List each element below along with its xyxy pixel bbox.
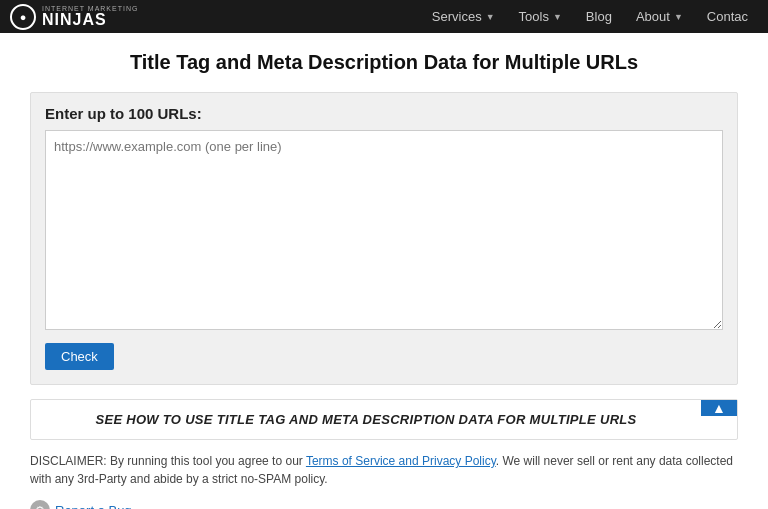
report-bug-link[interactable]: ⚙ Report a Bug [30,500,738,509]
chevron-down-icon: ▼ [674,12,683,22]
accordion-toggle-button[interactable]: ▲ [701,400,737,416]
check-button[interactable]: Check [45,343,114,370]
accordion: SEE HOW TO USE TITLE TAG AND META DESCRI… [30,399,738,440]
navbar: ● INTERNET MARKETING NINJAS Services ▼ T… [0,0,768,33]
main-content: Title Tag and Meta Description Data for … [0,33,768,509]
logo[interactable]: ● INTERNET MARKETING NINJAS [10,4,138,30]
nav-about[interactable]: About ▼ [626,0,693,33]
nav-tools[interactable]: Tools ▼ [509,0,572,33]
nav-services[interactable]: Services ▼ [422,0,505,33]
disclaimer-text: DISCLAIMER: By running this tool you agr… [30,452,738,488]
bug-icon: ⚙ [30,500,50,509]
nav-blog[interactable]: Blog [576,0,622,33]
terms-link[interactable]: Terms of Service and Privacy Policy [306,454,496,468]
page-title: Title Tag and Meta Description Data for … [30,51,738,74]
logo-circle: ● [10,4,36,30]
report-bug-label: Report a Bug [55,503,132,510]
url-form-box: Enter up to 100 URLs: Check [30,92,738,385]
url-input-label: Enter up to 100 URLs: [45,105,723,122]
logo-big-text: NINJAS [42,12,138,28]
url-textarea[interactable] [45,130,723,330]
chevron-down-icon: ▼ [486,12,495,22]
accordion-title: SEE HOW TO USE TITLE TAG AND META DESCRI… [31,400,701,439]
nav-contact[interactable]: Contac [697,0,758,33]
nav-items: Services ▼ Tools ▼ Blog About ▼ Contac [422,0,758,33]
chevron-down-icon: ▼ [553,12,562,22]
